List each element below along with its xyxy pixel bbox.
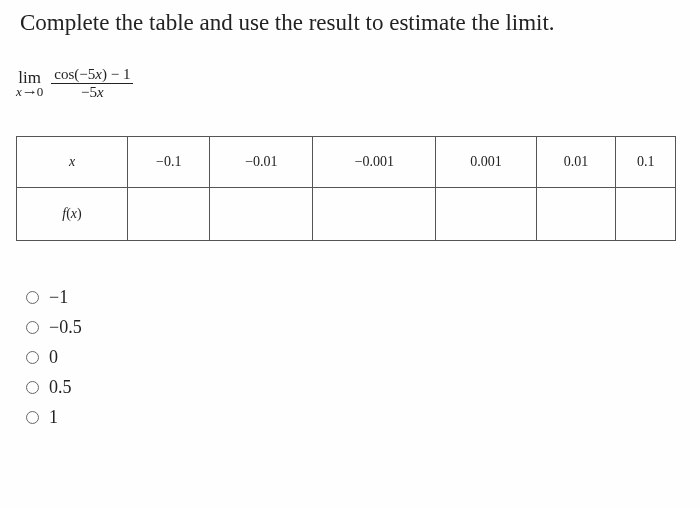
fx-cell-2[interactable] [313,188,436,241]
num-part-d: ) − 1 [102,66,130,82]
num-part-b: −5 [79,66,95,82]
x-cell-4: 0.01 [536,137,616,188]
den-part-b: x [97,84,104,100]
option-label: 0.5 [49,377,72,398]
radio-icon [26,381,39,394]
option-1[interactable]: −0.5 [26,317,680,338]
option-label: −0.5 [49,317,82,338]
option-2[interactable]: 0 [26,347,680,368]
option-label: 0 [49,347,58,368]
question-prompt: Complete the table and use the result to… [20,10,680,36]
x-cell-0: −0.1 [128,137,210,188]
fx-cell-1[interactable] [210,188,313,241]
fx-d: ) [77,206,82,221]
option-4[interactable]: 1 [26,407,680,428]
x-cell-5: 0.1 [616,137,676,188]
x-cell-3: 0.001 [436,137,536,188]
radio-icon [26,351,39,364]
option-3[interactable]: 0.5 [26,377,680,398]
fx-cell-4[interactable] [536,188,616,241]
header-fx: f(x) [17,188,128,241]
header-x-label: x [69,154,75,169]
lim-subscript: x→0 [16,85,43,98]
table-row-fx: f(x) [17,188,676,241]
lim-arrow: → [21,85,38,98]
num-part-c: x [95,66,102,82]
radio-icon [26,411,39,424]
denominator: −5x [78,84,107,101]
fx-cell-3[interactable] [436,188,536,241]
limit-expression: lim x→0 cos(−5x) − 1 −5x [16,66,133,100]
lim-operator: lim x→0 [16,69,43,98]
x-cell-1: −0.01 [210,137,313,188]
fraction: cos(−5x) − 1 −5x [51,66,133,100]
option-0[interactable]: −1 [26,287,680,308]
header-x: x [17,137,128,188]
den-part-a: −5 [81,84,97,100]
fx-cell-0[interactable] [128,188,210,241]
option-label: −1 [49,287,68,308]
radio-icon [26,321,39,334]
table-row-x: x −0.1 −0.01 −0.001 0.001 0.01 0.1 [17,137,676,188]
fx-cell-5[interactable] [616,188,676,241]
num-part-a: cos( [54,66,79,82]
option-label: 1 [49,407,58,428]
x-cell-2: −0.001 [313,137,436,188]
value-table: x −0.1 −0.01 −0.001 0.001 0.01 0.1 f(x) [16,136,676,241]
numerator: cos(−5x) − 1 [51,66,133,83]
answer-options: −1 −0.5 0 0.5 1 [26,287,680,428]
radio-icon [26,291,39,304]
